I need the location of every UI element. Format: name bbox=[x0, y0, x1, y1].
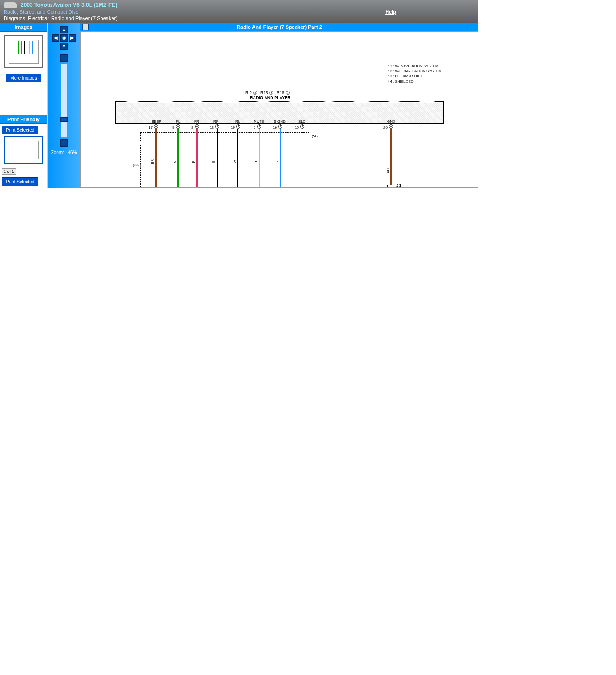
wire-beep bbox=[155, 129, 157, 188]
zoom-out-button[interactable]: − bbox=[60, 139, 68, 147]
j3-box bbox=[387, 185, 393, 188]
more-images-button[interactable]: More Images bbox=[6, 74, 41, 82]
vehicle-title: 2003 Toyota Avalon V6-3.0L (1MZ-FE) bbox=[21, 2, 117, 8]
subsystem-label: Radio, Stereo, and Compact Disc bbox=[4, 9, 475, 15]
pan-right-button[interactable]: ▶ bbox=[69, 34, 76, 42]
pan-controls: ▲ ◀◉▶ ▼ bbox=[52, 26, 76, 50]
diagram-canvas[interactable]: * 1 : W/ NAVIGATION SYSTEM * 2 : W/O NAV… bbox=[80, 31, 478, 188]
app-header: 2003 Toyota Avalon V6-3.0L (1MZ-FE) Radi… bbox=[0, 0, 478, 23]
zoom-slider-track[interactable] bbox=[61, 64, 67, 137]
pan-left-button[interactable]: ◀ bbox=[52, 34, 59, 42]
nav-panel: ▲ ◀◉▶ ▼ + − Zoom: 46% bbox=[48, 23, 80, 188]
pan-center-button[interactable]: ◉ bbox=[60, 34, 68, 42]
print-thumbnail[interactable] bbox=[4, 136, 43, 164]
wire-mute bbox=[259, 129, 260, 188]
wire-rl bbox=[237, 129, 238, 188]
diagram-title: Radio And Player (7 Speaker) Part 2 bbox=[237, 24, 322, 30]
diagram-legend: * 1 : W/ NAVIGATION SYSTEM * 2 : W/O NAV… bbox=[388, 64, 441, 84]
pan-down-button[interactable]: ▼ bbox=[60, 43, 68, 50]
print-selected-button-bottom[interactable]: Print Selected bbox=[2, 177, 38, 186]
zoom-value: 46% bbox=[68, 150, 77, 155]
radio-name: RADIO AND PLAYER bbox=[250, 96, 291, 100]
page-indicator: 1 of 1 bbox=[2, 168, 16, 175]
print-selected-button-top[interactable]: Print Selected bbox=[2, 126, 38, 134]
print-header: Print Friendly bbox=[0, 115, 47, 124]
wire-rr bbox=[217, 129, 218, 188]
wire-gnd bbox=[390, 129, 392, 188]
diagram-thumbnail-main[interactable] bbox=[4, 35, 43, 68]
zoom-in-button[interactable]: + bbox=[60, 54, 68, 62]
diagram-panel: Radio And Player (7 Speaker) Part 2 * 1 … bbox=[80, 23, 478, 188]
wire-fl bbox=[177, 129, 179, 188]
popout-icon[interactable] bbox=[82, 24, 89, 30]
wire-sld bbox=[302, 129, 302, 188]
diagram-titlebar: Radio And Player (7 Speaker) Part 2 bbox=[80, 23, 478, 31]
images-header: Images bbox=[0, 23, 47, 32]
pan-up-button[interactable]: ▲ bbox=[60, 26, 68, 33]
wire-fr bbox=[196, 129, 198, 188]
zoom-label: Zoom: bbox=[51, 150, 64, 155]
breadcrumb: Diagrams, Electrical: Radio and Player (… bbox=[4, 16, 475, 21]
wire-sgnd bbox=[280, 129, 281, 188]
help-link[interactable]: Help bbox=[385, 9, 396, 15]
left-panel: Images More Images bbox=[0, 23, 48, 188]
zoom-slider-thumb[interactable] bbox=[60, 117, 68, 122]
car-icon bbox=[4, 2, 17, 8]
